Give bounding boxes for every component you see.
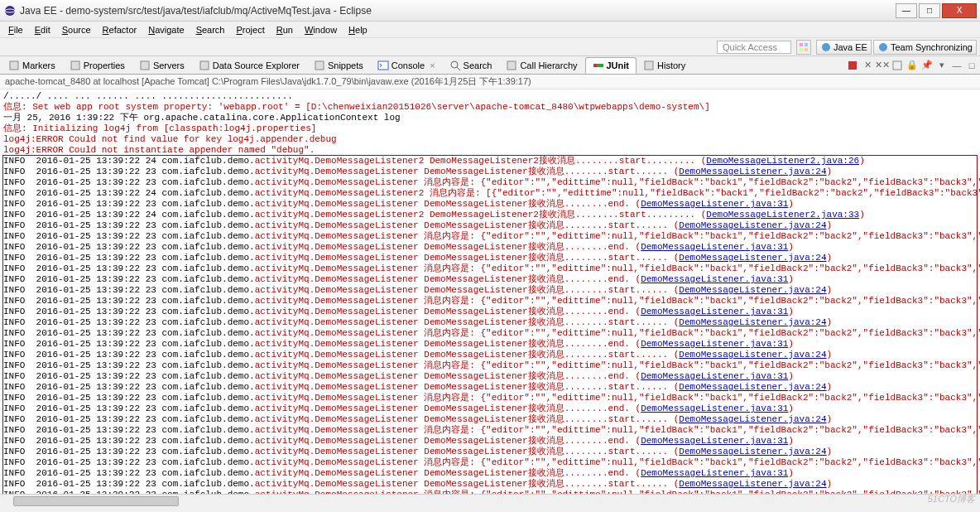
- view-tab-label: Servers: [153, 60, 185, 70]
- svg-line-15: [457, 67, 460, 70]
- svg-rect-3: [805, 43, 808, 46]
- perspective-java-ee[interactable]: Java EE: [816, 40, 872, 55]
- svg-rect-10: [141, 61, 149, 70]
- svg-rect-13: [378, 61, 388, 70]
- svg-rect-18: [593, 64, 597, 67]
- junit-icon: [593, 60, 604, 71]
- perspective-sync[interactable]: Team Synchronizing: [873, 40, 977, 55]
- menubar: FileEditSourceRefactorNavigateSearchProj…: [0, 22, 980, 38]
- svg-rect-19: [645, 61, 653, 70]
- tab-close-icon[interactable]: ×: [430, 60, 435, 70]
- maximize-view-icon[interactable]: □: [965, 59, 978, 72]
- view-tab-console[interactable]: Console×: [371, 58, 443, 73]
- source-link[interactable]: DemoMessageListener.java:31: [641, 468, 788, 478]
- view-tab-snippets[interactable]: Snippets: [307, 58, 371, 73]
- console-output[interactable]: /...../ .... ... ...... .... ...........…: [0, 89, 980, 494]
- source-link[interactable]: DemoMessageListener.java:24: [679, 167, 826, 176]
- source-link[interactable]: DemoMessageListener.java:24: [679, 285, 826, 295]
- view-tab-label: Snippets: [328, 60, 363, 70]
- source-link[interactable]: DemoMessageListener.java:24: [679, 447, 826, 456]
- view-tab-data-source-explorer[interactable]: Data Source Explorer: [192, 58, 307, 73]
- properties-icon: [70, 60, 81, 71]
- titlebar: Java EE - demo-system/src/test/java/test…: [0, 0, 980, 22]
- source-link[interactable]: DemoMessageListener.java:24: [679, 317, 826, 327]
- menu-run[interactable]: Run: [271, 23, 298, 36]
- source-link[interactable]: DemoMessageListener.java:24: [679, 350, 826, 360]
- source-link[interactable]: DemoMessageListener.java:24: [679, 414, 826, 424]
- view-tab-junit[interactable]: JUnit: [585, 57, 637, 74]
- view-tab-label: JUnit: [607, 60, 630, 70]
- view-tab-label: Search: [464, 60, 492, 70]
- menu-help[interactable]: Help: [343, 23, 372, 36]
- clear-console-icon[interactable]: [891, 59, 904, 72]
- svg-rect-21: [893, 61, 901, 70]
- menu-file[interactable]: File: [3, 23, 28, 36]
- source-link[interactable]: DemoMessageListener.java:24: [679, 479, 826, 489]
- view-tab-markers[interactable]: Markers: [2, 58, 63, 73]
- perspective-label: Java EE: [833, 42, 867, 52]
- minimize-button[interactable]: —: [896, 3, 917, 18]
- scrollbar-thumb[interactable]: [13, 496, 179, 506]
- view-tab-search[interactable]: Search: [443, 58, 500, 73]
- source-link[interactable]: DemoMessageListener2.java:33: [706, 210, 859, 220]
- scroll-lock-icon[interactable]: 🔒: [906, 59, 919, 72]
- svg-rect-5: [805, 48, 808, 51]
- menu-search[interactable]: Search: [191, 23, 230, 36]
- source-link[interactable]: DemoMessageListener.java:31: [641, 199, 788, 209]
- close-button[interactable]: X: [942, 3, 977, 18]
- minimize-view-icon[interactable]: —: [950, 59, 963, 72]
- view-tab-label: History: [657, 60, 685, 70]
- call-icon: [506, 60, 517, 71]
- open-perspective-button[interactable]: [796, 40, 811, 55]
- svg-rect-9: [71, 61, 79, 70]
- menu-navigate[interactable]: Navigate: [143, 23, 189, 36]
- source-link[interactable]: DemoMessageListener.java:31: [641, 436, 788, 446]
- perspective-label: Team Synchronizing: [891, 42, 973, 52]
- terminate-icon[interactable]: [846, 59, 859, 72]
- source-link[interactable]: DemoMessageListener.java:31: [641, 403, 788, 413]
- source-link[interactable]: DemoMessageListener.java:31: [641, 274, 788, 284]
- view-tab-properties[interactable]: Properties: [63, 58, 132, 73]
- source-link[interactable]: DemoMessageListener2.java:26: [706, 156, 859, 166]
- menu-refactor[interactable]: Refactor: [98, 23, 142, 36]
- remove-launch-icon[interactable]: ✕: [861, 59, 874, 72]
- horizontal-scrollbar[interactable]: 51CTO博客: [0, 494, 980, 507]
- display-console-icon[interactable]: ▾: [935, 59, 949, 72]
- source-link[interactable]: DemoMessageListener.java:31: [641, 339, 788, 349]
- maximize-button[interactable]: □: [919, 3, 940, 18]
- source-link[interactable]: DemoMessageListener.java:31: [641, 371, 788, 381]
- quick-access-input[interactable]: Quick Access: [717, 41, 791, 54]
- menu-edit[interactable]: Edit: [30, 23, 55, 36]
- snippets-icon: [314, 60, 325, 71]
- svg-point-6: [822, 43, 830, 51]
- menu-project[interactable]: Project: [232, 23, 270, 36]
- source-link[interactable]: DemoMessageListener.java:31: [641, 307, 788, 316]
- view-tabs: MarkersPropertiesServersData Source Expl…: [0, 56, 980, 75]
- view-tab-history[interactable]: History: [637, 58, 693, 73]
- view-tab-servers[interactable]: Servers: [132, 58, 192, 73]
- pin-console-icon[interactable]: 📌: [920, 59, 934, 72]
- markers-icon: [8, 60, 20, 71]
- menu-window[interactable]: Window: [300, 23, 342, 36]
- eclipse-icon: [3, 4, 17, 17]
- view-tab-label: Markers: [22, 60, 55, 70]
- sync-icon: [877, 41, 889, 53]
- source-link[interactable]: DemoMessageListener.java:24: [679, 382, 826, 392]
- svg-rect-4: [800, 48, 803, 51]
- svg-rect-11: [200, 61, 209, 70]
- source-link[interactable]: DemoMessageListener.java:24: [679, 220, 826, 230]
- history-icon: [643, 60, 655, 71]
- source-link[interactable]: DemoMessageListener.java:31: [641, 242, 788, 252]
- watermark: 51CTO博客: [928, 493, 975, 505]
- view-tab-label: Console: [392, 60, 425, 70]
- servers-icon: [139, 60, 151, 71]
- svg-rect-12: [315, 61, 324, 70]
- search-icon: [449, 60, 461, 71]
- remove-all-icon[interactable]: ✕✕: [876, 59, 889, 72]
- console-header: apache-tomcat_8480 at localhost [Apache …: [0, 75, 980, 89]
- menu-source[interactable]: Source: [57, 23, 96, 36]
- view-tab-call-hierarchy[interactable]: Call Hierarchy: [499, 58, 584, 73]
- view-tab-label: Call Hierarchy: [520, 60, 577, 70]
- data-icon: [199, 60, 210, 71]
- source-link[interactable]: DemoMessageListener.java:24: [679, 253, 826, 263]
